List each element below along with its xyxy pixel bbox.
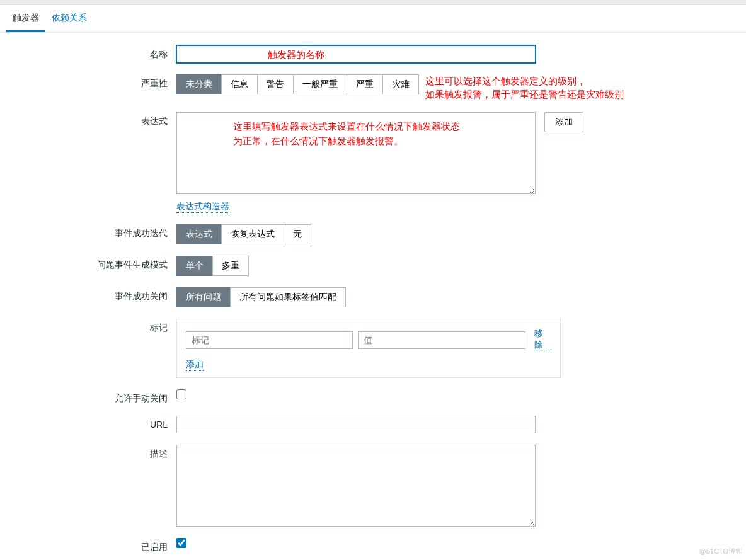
watermark: @51CTO博客 (699, 547, 742, 556)
event-ok-expression[interactable]: 表达式 (176, 224, 222, 244)
label-enabled: 已启用 (0, 538, 176, 553)
severity-average[interactable]: 一般严重 (293, 74, 347, 94)
problem-mode-single[interactable]: 单个 (176, 256, 213, 276)
url-input[interactable] (176, 416, 536, 433)
tab-bar: 触发器 依赖关系 (0, 5, 746, 33)
label-manual-close: 允许手动关闭 (0, 389, 176, 404)
severity-unclassified[interactable]: 未分类 (176, 74, 222, 94)
trigger-form: 名称 触发器的名称 严重性 未分类 信息 警告 一般严重 严重 灾难 这里可以选… (0, 33, 746, 560)
problem-mode-multiple[interactable]: 多重 (212, 256, 249, 276)
tag-value-input[interactable] (358, 331, 525, 349)
description-textarea[interactable] (176, 445, 536, 527)
severity-high[interactable]: 严重 (347, 74, 383, 94)
tab-triggers[interactable]: 触发器 (6, 5, 45, 32)
tags-container: 移除 添加 (176, 319, 561, 378)
label-name: 名称 (0, 45, 176, 60)
name-input[interactable] (176, 45, 536, 63)
expression-textarea[interactable] (176, 112, 536, 194)
problem-mode-group: 单个 多重 (176, 256, 249, 276)
annotation-severity: 这里可以选择这个触发器定义的级别， 如果触发报警，属于严重还是警告还是灾难级别 (425, 74, 624, 101)
window-topbar (0, 0, 746, 5)
ok-close-group: 所有问题 所有问题如果标签值匹配 (176, 287, 346, 307)
enabled-checkbox[interactable] (176, 538, 186, 548)
tag-name-input[interactable] (186, 331, 353, 349)
tab-dependencies[interactable]: 依赖关系 (45, 5, 93, 32)
label-ok-close: 事件成功关闭 (0, 287, 176, 302)
ok-close-all[interactable]: 所有问题 (176, 287, 231, 307)
severity-disaster[interactable]: 灾难 (382, 74, 419, 94)
label-tags: 标记 (0, 319, 176, 334)
tag-remove-link[interactable]: 移除 (534, 328, 551, 351)
severity-group: 未分类 信息 警告 一般严重 严重 灾难 (176, 74, 419, 94)
label-severity: 严重性 (0, 74, 176, 89)
label-description: 描述 (0, 445, 176, 460)
expression-add-button[interactable]: 添加 (544, 112, 583, 132)
label-expression: 表达式 (0, 112, 176, 127)
severity-info[interactable]: 信息 (221, 74, 258, 94)
expression-builder-link[interactable]: 表达式构造器 (176, 201, 229, 213)
label-problem-mode: 问题事件生成模式 (0, 256, 176, 271)
event-ok-none[interactable]: 无 (284, 224, 311, 244)
label-url: URL (0, 416, 176, 430)
event-ok-recovery[interactable]: 恢复表达式 (221, 224, 284, 244)
label-event-ok: 事件成功迭代 (0, 224, 176, 239)
tag-add-link[interactable]: 添加 (186, 359, 204, 371)
event-ok-group: 表达式 恢复表达式 无 (176, 224, 311, 244)
ok-close-tagmatch[interactable]: 所有问题如果标签值匹配 (230, 287, 346, 307)
severity-warning[interactable]: 警告 (257, 74, 294, 94)
manual-close-checkbox[interactable] (176, 389, 186, 399)
